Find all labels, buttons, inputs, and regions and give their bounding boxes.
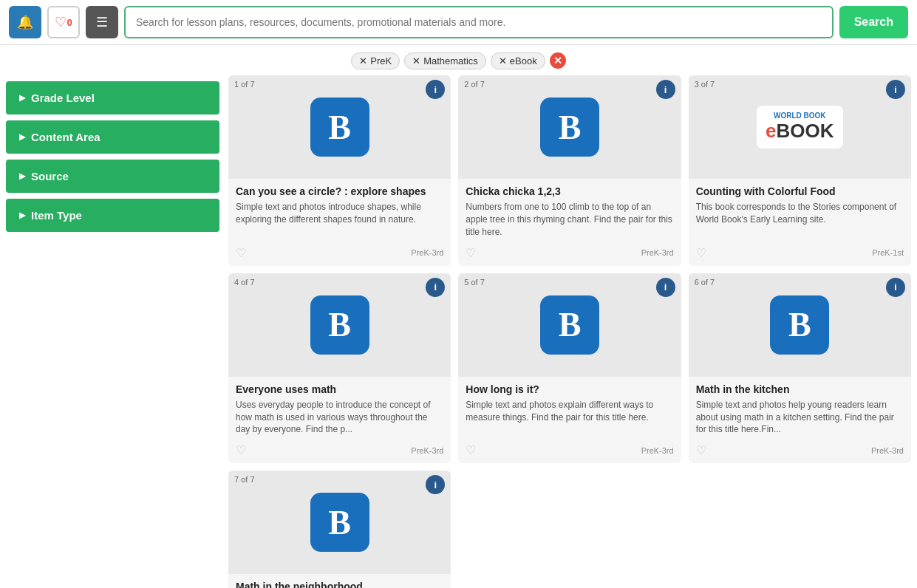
card-5-title: How long is it? [466,383,673,396]
sidebar-item-item-type-label: Item Type [31,209,82,222]
card-1-description: Simple text and photos introduce shapes,… [236,201,443,238]
card-4-description: Uses everyday people to introduce the co… [236,399,443,436]
bell-button[interactable]: 🔔 [9,6,41,38]
card-6-counter: 6 of 7 [695,278,715,287]
card-5-favorite-button[interactable]: ♡ [466,443,476,457]
card-2: 2 of 7 B i Chicka chicka 1,2,3 Numbers f… [458,75,681,266]
favorites-button[interactable]: ♡ 0 [47,6,80,38]
card-6-image-area: 6 of 7 B i [689,273,911,377]
filter-tag-mathematics-label: Mathematics [423,55,478,66]
card-4-favorite-button[interactable]: ♡ [236,443,246,457]
card-2-body: Chicka chicka 1,2,3 Numbers from one to … [458,179,681,243]
favorites-count: 0 [67,17,72,28]
remove-mathematics-icon: ✕ [412,55,420,66]
menu-button[interactable]: ☰ [86,6,118,38]
card-1-body: Can you see a circle? : explore shapes S… [228,179,451,243]
search-input[interactable] [124,6,834,38]
card-5-description: Simple text and photos explain different… [466,399,673,436]
card-6-body: Math in the kitchen Simple text and phot… [689,377,911,441]
card-5-footer: ♡ PreK-3rd [458,440,681,463]
sidebar-item-source-label: Source [31,170,69,182]
card-4-grade: PreK-3rd [411,446,443,455]
card-4-footer: ♡ PreK-3rd [228,440,451,463]
b-logo-icon: B [770,295,829,355]
card-6: 6 of 7 B i Math in the kitchen Simple te… [689,273,911,464]
card-3-info-button[interactable]: i [886,80,905,99]
card-5-grade: PreK-3rd [641,446,674,455]
main-layout: ▶ Grade Level ▶ Content Area ▶ Source ▶ … [0,75,917,588]
bell-icon: 🔔 [17,14,33,30]
filter-tag-ebook-label: eBook [510,55,537,66]
card-2-footer: ♡ PreK-3rd [458,243,681,266]
card-3-favorite-button[interactable]: ♡ [696,246,706,260]
filter-tag-prek[interactable]: ✕ PreK [351,52,400,69]
card-7-counter: 7 of 7 [234,475,255,484]
card-2-counter: 2 of 7 [464,80,485,89]
card-7-body: Math in the neighborhood [228,574,451,588]
sidebar-item-source[interactable]: ▶ Source [6,160,219,193]
remove-ebook-icon: ✕ [499,55,507,66]
worldbook-logo-icon: WORLD BOOK eBOOK [757,106,842,148]
card-7-image-area: 7 of 7 B i [228,471,451,574]
card-7: 7 of 7 B i Math in the neighborhood ♡ [228,471,451,588]
card-7-info-button[interactable]: i [426,475,445,494]
card-6-footer: ♡ PreK-3rd [689,440,911,463]
card-4-counter: 4 of 7 [234,278,255,287]
card-3-description: This book corresponds to the Stories com… [696,201,904,238]
card-2-title: Chicka chicka 1,2,3 [466,185,673,198]
card-3-image-area: 3 of 7 WORLD BOOK eBOOK i [689,75,911,179]
remove-prek-icon: ✕ [359,55,367,66]
card-1-favorite-button[interactable]: ♡ [236,246,246,260]
card-4-body: Everyone uses math Uses everyday people … [228,377,451,441]
chevron-right-icon: ▶ [19,132,25,142]
card-6-info-button[interactable]: i [886,278,905,297]
cards-grid: 1 of 7 B i Can you see a circle? : explo… [228,75,911,588]
card-5: 5 of 7 B i How long is it? Simple text a… [458,273,681,464]
menu-icon: ☰ [96,14,108,30]
card-3-grade: PreK-1st [872,248,904,257]
filter-bar: ✕ PreK ✕ Mathematics ✕ eBook ✕ [0,45,917,75]
card-6-favorite-button[interactable]: ♡ [696,443,706,457]
card-6-title: Math in the kitchen [696,383,904,396]
sidebar-item-content-area[interactable]: ▶ Content Area [6,120,219,154]
card-4-title: Everyone uses math [236,383,443,396]
card-4-image-area: 4 of 7 B i [228,273,451,377]
sidebar-item-grade-level-label: Grade Level [31,92,95,104]
card-5-image-area: 5 of 7 B i [458,273,681,377]
card-2-favorite-button[interactable]: ♡ [466,246,476,260]
card-1-image-area: 1 of 7 B i [228,75,451,179]
card-1-title: Can you see a circle? : explore shapes [236,185,443,198]
card-2-info-button[interactable]: i [656,80,675,99]
card-1-counter: 1 of 7 [234,80,255,89]
heart-icon: ♡ [55,14,67,30]
card-5-counter: 5 of 7 [464,278,485,287]
card-2-image-area: 2 of 7 B i [458,75,681,179]
card-3-title: Counting with Colorful Food [696,185,904,198]
b-logo-icon: B [540,98,599,157]
card-3: 3 of 7 WORLD BOOK eBOOK i Counting with … [689,75,911,266]
card-1-grade: PreK-3rd [411,248,443,257]
filter-tag-ebook[interactable]: ✕ eBook [491,52,545,69]
card-3-counter: 3 of 7 [695,80,715,89]
b-logo-icon: B [540,295,599,355]
chevron-right-icon: ▶ [19,93,25,103]
card-3-body: Counting with Colorful Food This book co… [689,179,911,243]
filter-tag-mathematics[interactable]: ✕ Mathematics [404,52,486,69]
sidebar: ▶ Grade Level ▶ Content Area ▶ Source ▶ … [0,75,225,588]
card-1-info-button[interactable]: i [426,80,445,99]
card-4-info-button[interactable]: i [426,278,445,297]
filter-tag-prek-label: PreK [370,55,392,66]
sidebar-item-item-type[interactable]: ▶ Item Type [6,199,219,232]
card-6-description: Simple text and photos help young reader… [696,399,904,436]
b-logo-icon: B [310,493,369,552]
chevron-right-icon: ▶ [19,171,25,181]
sidebar-item-grade-level[interactable]: ▶ Grade Level [6,81,219,114]
card-1-footer: ♡ PreK-3rd [228,243,451,266]
b-logo-icon: B [310,295,369,355]
search-button[interactable]: Search [839,6,908,38]
chevron-right-icon: ▶ [19,211,25,220]
clear-all-filters-button[interactable]: ✕ [550,52,566,69]
card-2-description: Numbers from one to 100 climb to the top… [466,201,673,238]
card-5-body: How long is it? Simple text and photos e… [458,377,681,441]
card-5-info-button[interactable]: i [656,278,675,297]
